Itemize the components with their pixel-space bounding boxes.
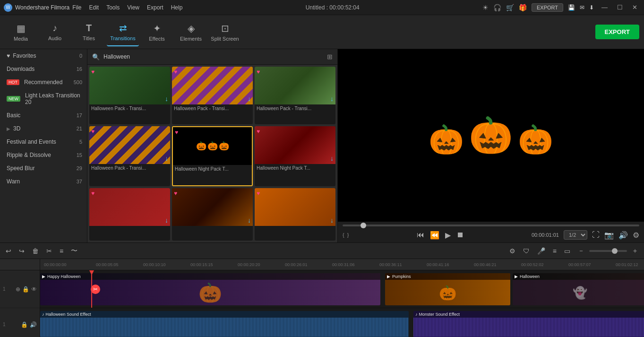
gift-icon[interactable]: 🎁 [519,4,527,11]
titles-label: Titles [83,35,95,41]
menu-tools[interactable]: Tools [106,4,120,11]
zoom-slider[interactable] [589,250,627,252]
maximize-button[interactable]: ☐ [614,3,626,12]
zoom-in-button[interactable]: ＋ [630,246,640,256]
sidebar-item-light-leaks[interactable]: NEW Light Leaks Transition 20 [0,89,87,109]
search-input[interactable] [103,53,323,60]
menu-view[interactable]: View [127,4,139,11]
download-arrow-icon: ↓ [330,216,334,224]
headset-icon[interactable]: 🎧 [493,4,501,11]
toolbar-titles[interactable]: T Titles [73,18,105,46]
toolbar-media[interactable]: ▦ Media [5,18,37,46]
track-add-icon[interactable]: ⊕ [16,286,20,293]
grid-item-1[interactable]: ♥ ↓ Halloween Pack - Transi... [89,67,170,124]
menu-file[interactable]: File [72,4,81,11]
menu-help[interactable]: Help [171,4,183,11]
brightness-icon[interactable]: ☀ [482,4,489,11]
audio-clip-monster[interactable]: ♪ Monster Sound Effect [413,311,644,337]
sidebar-item-speed-blur[interactable]: Speed Blur 29 [0,162,87,175]
thumb-2: ♥ ↓ [172,67,253,104]
grid-item-8[interactable]: ♥ ↓ [172,188,253,241]
zoom-knob [612,248,618,254]
mail-icon[interactable]: ✉ [580,4,584,11]
video-clip-halloween2[interactable]: ▶ Halloween 👻 [513,273,644,305]
properties-button[interactable]: ≡ [58,246,65,256]
grid-item-5[interactable]: 🎃🎃🎃 ♥ Halloween Night Pack T... [172,126,253,186]
thumb-3: ♥ ↓ [255,67,335,104]
timeline: ↩ ↪ 🗑 ✂ ≡ 〜 ⚙ 🛡 🎤 ≡ ▭ － ＋ 1 ⊕ 🔒 [0,242,644,337]
sidebar-item-warn[interactable]: Warn 37 [0,175,87,188]
zoom-out-button[interactable]: － [576,246,586,256]
sidebar-item-festival[interactable]: Festival and Events 5 [0,135,87,148]
audio-lock-icon[interactable]: 🔒 [21,321,28,328]
cart-icon[interactable]: 🛒 [506,4,514,11]
preview-scrubber[interactable] [343,225,639,226]
snapshot-button[interactable]: 📷 [604,231,614,240]
grid-item-4[interactable]: ♥ ↓ Halloween Pack - Transi... [89,126,170,186]
thumb-8: ♥ ↓ [172,188,253,226]
ruler-mark-5: 00:00:26:01 [285,262,308,267]
grid-item-6[interactable]: ♥ ↓ Halloween Night Pack T... [255,126,335,186]
toolbar-effects[interactable]: ✦ Effects [141,18,173,46]
sidebar-item-3d[interactable]: ▶ 3D 21 [0,122,87,135]
delete-button[interactable]: 🗑 [30,246,41,256]
caption-button[interactable]: ≡ [551,246,558,256]
volume-button[interactable]: 🔊 [618,231,628,240]
export-button[interactable]: EXPORT [595,25,639,39]
download-icon[interactable]: ⬇ [589,4,594,11]
go-to-start-button[interactable]: ⏮ [417,231,424,239]
media-icon: ▦ [17,23,26,34]
grid-item-7[interactable]: ♥ ↓ [89,188,170,241]
redo-button[interactable]: ↪ [17,246,26,256]
sidebar-item-ripple[interactable]: Ripple & Dissolve 15 [0,148,87,162]
login-button[interactable]: EXPORT [532,3,563,12]
stop-button[interactable]: ⏹ [456,231,464,239]
menu-export[interactable]: Export [147,4,163,11]
transitions-label: Transitions [110,35,135,41]
menu-edit[interactable]: Edit [89,4,99,11]
toolbar-split-screen[interactable]: ⊡ Split Screen [209,18,241,46]
full-screen-button[interactable]: ⛶ [592,231,600,239]
ruler-mark-8: 00:00:41:16 [427,262,449,267]
preview-time: 00:00:01:01 [532,232,559,238]
grid-item-2[interactable]: ♥ ↓ Halloween Pack - Transi... [172,67,253,124]
toolbar-transitions[interactable]: ⇄ Transitions [107,18,139,46]
minimize-button[interactable]: — [599,3,610,12]
cut-button[interactable]: ✂ [44,246,54,256]
grid-item-3[interactable]: ♥ ↓ Halloween Pack - Transi... [255,67,335,124]
download-arrow-icon: ↓ [248,95,251,103]
snap-button[interactable]: ⚙ [507,246,517,256]
sidebar-item-favorites[interactable]: ♥ Favorites 0 [0,49,87,62]
track-lock-icon[interactable]: 🔒 [22,286,29,293]
toolbar-audio[interactable]: ♪ Audio [39,18,71,46]
undo-button[interactable]: ↩ [4,246,13,256]
video-clip-pumpkins[interactable]: ▶ Pumpkins 🎃 [385,273,510,305]
step-back-button[interactable]: ⏪ [430,231,439,240]
save-icon[interactable]: 💾 [568,4,575,11]
pumpkin-left: 🎃 [429,123,464,156]
sidebar-item-basic[interactable]: Basic 17 [0,109,87,122]
mic-button[interactable]: 🎤 [535,246,547,256]
toolbar-elements[interactable]: ◈ Elements [175,18,207,46]
play-button[interactable]: ▶ [445,231,451,240]
sidebar-item-recommended[interactable]: HOT Recommended 500 [0,76,87,89]
pumpkins-preview: 🎃 🎃 🎃 [429,115,553,156]
audio-volume-icon[interactable]: 🔊 [30,321,37,328]
audio-clip-halloween[interactable]: ♪ Halloween Sound Effect [40,311,409,337]
scrubber-handle[interactable] [361,223,366,228]
grid-view-icon[interactable]: ⊞ [327,53,333,60]
favorite-icon: ♥ [257,69,260,75]
favorite-icon: ♥ [257,190,260,197]
audio-wave-button[interactable]: 〜 [69,246,79,256]
thumb-6: ♥ ↓ [255,126,335,164]
track-eye-icon[interactable]: 👁 [31,286,37,293]
sidebar-item-downloads[interactable]: Downloads 16 [0,62,87,76]
audio-track-header: 1 🔒 🔊 [0,308,40,337]
audio-clip-label-1: ♪ Halloween Sound Effect [40,311,409,318]
shield-button[interactable]: 🛡 [521,246,532,256]
subtitle-button[interactable]: ▭ [562,246,572,256]
settings-button[interactable]: ⚙ [633,231,639,240]
grid-item-9[interactable]: ♥ ↓ [255,188,335,241]
quality-select[interactable]: 1/2 1/1 1/4 [564,230,587,240]
close-button[interactable]: ✕ [629,3,640,12]
